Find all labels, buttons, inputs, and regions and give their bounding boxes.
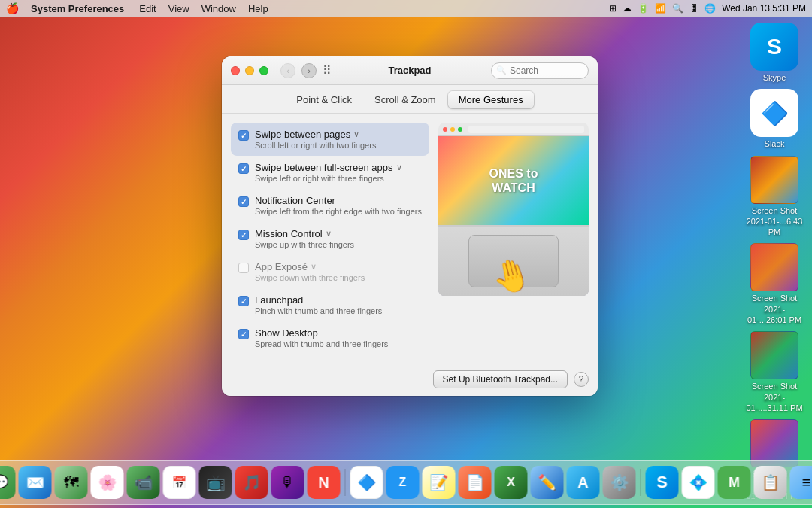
menu-bar-flag[interactable]: 🌐 [704,3,716,14]
notes-icon: 📝 [429,473,448,491]
gesture-item-swipe-pages[interactable]: ✓ Swipe between pages ∨ Scroll left or r… [231,123,429,156]
gesture-text-notification: Notification Center Swipe left from the … [255,195,422,216]
dock-item-skype[interactable]: S [646,466,679,499]
sidebar-icon: ≡ [802,474,811,491]
desktop-icon-slack[interactable]: 🔷 Slack [744,89,804,149]
appstore-icon: A [577,474,588,491]
checkmark: ✓ [241,297,247,306]
dock-item-maps[interactable]: 🗺 [55,466,88,499]
checkbox-notification[interactable]: ✓ [238,196,249,207]
gesture-item-launchpad[interactable]: ✓ Launchpad Pinch with thumb and three f… [231,288,429,321]
dock-item-photos[interactable]: 🌸 [91,466,124,499]
dock-item-music[interactable]: 🎵 [235,466,268,499]
menu-window[interactable]: Window [195,3,242,14]
browser-dot-red [443,127,447,132]
dock-item-podcasts[interactable]: 🎙 [271,466,304,499]
gesture-list: ✓ Swipe between pages ∨ Scroll left or r… [231,123,429,354]
tv-icon: 📺 [206,473,225,491]
menu-bar-time: Wed Jan 13 5:31 PM [722,3,806,14]
dock-item-tv[interactable]: 📺 [199,466,232,499]
bluetooth-trackpad-button[interactable]: Set Up Bluetooth Trackpad... [433,370,568,388]
checkbox-mission-control[interactable]: ✓ [238,230,249,240]
dock-item-facetime[interactable]: 📹 [127,466,160,499]
excel-icon: X [507,476,515,489]
apple-menu[interactable]: 🍎 [6,2,19,14]
checkbox-app-expose[interactable] [238,263,249,273]
dock-item-pages[interactable]: 📄 [459,466,492,499]
checkbox-swipe-pages[interactable]: ✓ [238,130,249,141]
news-icon: N [318,474,329,491]
gesture-desc-app-expose: Swipe down with three fingers [255,273,422,282]
screenshot3-thumbnail [750,331,798,379]
preview-content-area: ONES to WATCH [438,136,589,225]
menu-bar-icon-tv[interactable]: ⊞ [609,3,617,14]
desktop-icons-area: S Skype 🔷 Slack Screen Shot2021-01-...6:… [744,23,804,501]
help-button[interactable]: ? [574,372,589,387]
traffic-lights [231,66,268,75]
dock-item-clipboard[interactable]: 📋 [754,466,787,499]
menu-bar-icon-cloud[interactable]: ☁ [623,3,632,14]
app-name[interactable]: System Preferences [25,3,130,14]
gesture-item-mission-control[interactable]: ✓ Mission Control ∨ Swipe up with three … [231,222,429,255]
gesture-text-launchpad: Launchpad Pinch with thumb and three fin… [255,294,422,315]
desktop-icon-screenshot3[interactable]: Screen Shot2021-01-....31.11 PM [744,331,804,413]
menu-help[interactable]: Help [242,3,274,14]
dock-item-notes[interactable]: 📝 [423,466,456,499]
screenshot1-thumbnail [750,156,798,204]
tab-more-gestures[interactable]: More Gestures [448,91,534,108]
grid-view-button[interactable]: ⠿ [320,63,335,78]
dock-item-pencil[interactable]: ✏️ [531,466,564,499]
maximize-button[interactable] [259,66,268,75]
menu-bar-control[interactable]: 🎛 [689,3,698,14]
url-bar [468,126,584,133]
dock-item-sidebar[interactable]: ≡ [790,466,813,499]
screenshot1-label: Screen Shot2021-01-...6:43 PM [744,205,804,238]
window-title: Trackpad [388,65,431,76]
menu-edit[interactable]: Edit [133,3,162,14]
gesture-item-swipe-fullscreen[interactable]: ✓ Swipe between full-screen apps ∨ Swipe… [231,156,429,189]
facetime-icon: 📹 [134,473,153,491]
menu-bar-battery[interactable]: 🔋 [638,3,649,14]
back-button[interactable]: ‹ [280,63,295,78]
gesture-item-app-expose[interactable]: App Exposé ∨ Swipe down with three finge… [231,255,429,288]
gesture-name-app-expose: App Exposé ∨ [255,261,422,272]
tab-point-click[interactable]: Point & Click [286,91,362,108]
desktop-icon-screenshot2[interactable]: Screen Shot2021-01-...26:01 PM [744,243,804,325]
checkbox-launchpad[interactable]: ✓ [238,296,249,306]
trackpad-surface: 🤚 [468,235,559,287]
search-input[interactable] [491,62,589,79]
dock-item-slack[interactable]: 🔷 [350,466,383,499]
slack-app-icon: 🔷 [750,89,798,137]
gesture-item-show-desktop[interactable]: ✓ Show Desktop Spread with thumb and thr… [231,321,429,354]
gesture-text-show-desktop: Show Desktop Spread with thumb and three… [255,327,422,348]
tab-scroll-zoom[interactable]: Scroll & Zoom [364,91,447,108]
desktop-icon-skype[interactable]: S Skype [744,23,804,83]
menu-view[interactable]: View [162,3,195,14]
preview-image: ONES to WATCH [438,123,589,296]
menu-bar-wifi[interactable]: 📶 [655,3,666,14]
dock-item-mail[interactable]: ✉️ [19,466,52,499]
dock-item-calendar[interactable]: 📅 [163,466,196,499]
dock-item-zoom[interactable]: Z [386,466,420,499]
desktop-icon-screenshot1[interactable]: Screen Shot2021-01-...6:43 PM [744,156,804,238]
gesture-item-notification[interactable]: ✓ Notification Center Swipe left from th… [231,189,429,222]
mail-icon: ✉️ [26,473,44,491]
calendar-icon: 📅 [172,476,187,490]
menu-bar-search[interactable]: 🔍 [672,3,683,14]
gesture-desc-show-desktop: Spread with thumb and three fingers [255,339,422,348]
dock-item-excel[interactable]: X [495,466,528,499]
dock-item-news[interactable]: N [308,466,341,499]
dock-item-sysprefs[interactable]: ⚙️ [603,466,636,499]
checkbox-swipe-fullscreen[interactable]: ✓ [238,163,249,174]
dock-item-meet[interactable]: M [718,466,751,499]
dock-item-messages[interactable]: 💬 [0,466,16,499]
dock-item-appstore[interactable]: A [567,466,600,499]
forward-button[interactable]: › [301,63,317,78]
dock-item-slack2[interactable]: 💠 [682,466,715,499]
checkbox-show-desktop[interactable]: ✓ [238,329,249,339]
maps-icon: 🗺 [64,474,79,491]
slack-icon-label: Slack [765,138,785,149]
browser-dot-yellow [450,127,455,132]
minimize-button[interactable] [245,66,254,75]
close-button[interactable] [231,66,240,75]
